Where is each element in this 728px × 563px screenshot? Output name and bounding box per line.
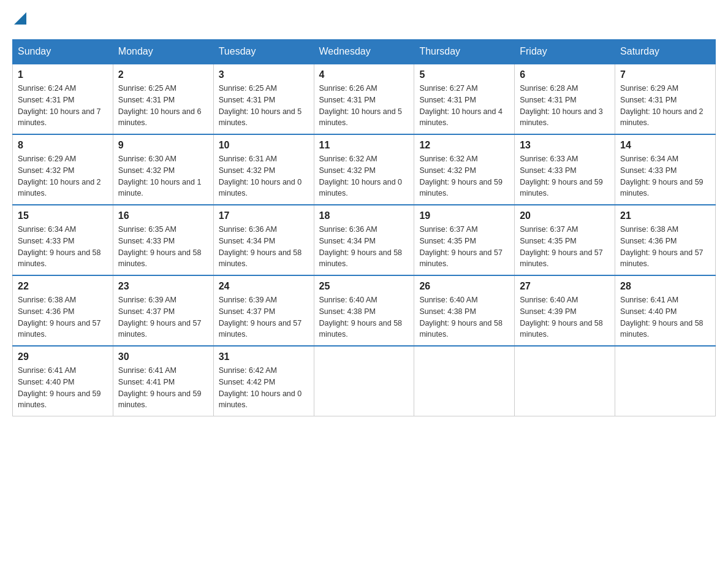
calendar-cell: 23Sunrise: 6:39 AMSunset: 4:37 PMDayligh… bbox=[113, 275, 213, 346]
day-info: Sunrise: 6:36 AMSunset: 4:34 PMDaylight:… bbox=[219, 224, 309, 270]
calendar-cell: 31Sunrise: 6:42 AMSunset: 4:42 PMDayligh… bbox=[213, 346, 314, 416]
day-info: Sunrise: 6:28 AMSunset: 4:31 PMDaylight:… bbox=[520, 83, 610, 129]
calendar-cell: 7Sunrise: 6:29 AMSunset: 4:31 PMDaylight… bbox=[615, 64, 716, 134]
day-number: 28 bbox=[620, 281, 710, 292]
day-number: 23 bbox=[118, 281, 208, 292]
calendar-cell: 15Sunrise: 6:34 AMSunset: 4:33 PMDayligh… bbox=[13, 205, 113, 275]
day-info: Sunrise: 6:41 AMSunset: 4:40 PMDaylight:… bbox=[620, 294, 710, 340]
day-number: 8 bbox=[18, 140, 108, 151]
calendar-cell: 22Sunrise: 6:38 AMSunset: 4:36 PMDayligh… bbox=[13, 275, 113, 346]
calendar-cell: 13Sunrise: 6:33 AMSunset: 4:33 PMDayligh… bbox=[515, 134, 615, 205]
day-number: 11 bbox=[319, 140, 409, 151]
calendar-cell: 21Sunrise: 6:38 AMSunset: 4:36 PMDayligh… bbox=[615, 205, 716, 275]
col-header-tuesday: Tuesday bbox=[213, 40, 314, 64]
day-info: Sunrise: 6:26 AMSunset: 4:31 PMDaylight:… bbox=[319, 83, 409, 129]
col-header-friday: Friday bbox=[515, 40, 615, 64]
col-header-thursday: Thursday bbox=[414, 40, 515, 64]
week-row-1: 1Sunrise: 6:24 AMSunset: 4:31 PMDaylight… bbox=[13, 64, 716, 134]
week-row-4: 22Sunrise: 6:38 AMSunset: 4:36 PMDayligh… bbox=[13, 275, 716, 346]
calendar-cell: 8Sunrise: 6:29 AMSunset: 4:32 PMDaylight… bbox=[13, 134, 113, 205]
col-header-monday: Monday bbox=[113, 40, 213, 64]
day-number: 2 bbox=[118, 69, 208, 80]
calendar-cell: 27Sunrise: 6:40 AMSunset: 4:39 PMDayligh… bbox=[515, 275, 615, 346]
day-number: 1 bbox=[18, 69, 108, 80]
calendar-cell: 6Sunrise: 6:28 AMSunset: 4:31 PMDaylight… bbox=[515, 64, 615, 134]
logo bbox=[12, 12, 26, 27]
calendar-cell bbox=[314, 346, 414, 416]
day-number: 31 bbox=[219, 351, 309, 362]
calendar-cell: 18Sunrise: 6:36 AMSunset: 4:34 PMDayligh… bbox=[314, 205, 414, 275]
calendar-cell: 24Sunrise: 6:39 AMSunset: 4:37 PMDayligh… bbox=[213, 275, 314, 346]
day-number: 26 bbox=[419, 281, 509, 292]
day-info: Sunrise: 6:24 AMSunset: 4:31 PMDaylight:… bbox=[18, 83, 108, 129]
svg-marker-0 bbox=[14, 12, 26, 25]
day-number: 4 bbox=[319, 69, 409, 80]
day-info: Sunrise: 6:25 AMSunset: 4:31 PMDaylight:… bbox=[219, 83, 309, 129]
calendar-cell bbox=[515, 346, 615, 416]
day-number: 16 bbox=[118, 210, 208, 221]
day-info: Sunrise: 6:29 AMSunset: 4:31 PMDaylight:… bbox=[620, 83, 710, 129]
day-info: Sunrise: 6:27 AMSunset: 4:31 PMDaylight:… bbox=[419, 83, 509, 129]
day-info: Sunrise: 6:38 AMSunset: 4:36 PMDaylight:… bbox=[18, 294, 108, 340]
calendar-cell bbox=[615, 346, 716, 416]
calendar-cell: 2Sunrise: 6:25 AMSunset: 4:31 PMDaylight… bbox=[113, 64, 213, 134]
day-number: 29 bbox=[18, 351, 108, 362]
calendar-cell: 12Sunrise: 6:32 AMSunset: 4:32 PMDayligh… bbox=[414, 134, 515, 205]
day-number: 7 bbox=[620, 69, 710, 80]
day-info: Sunrise: 6:41 AMSunset: 4:41 PMDaylight:… bbox=[118, 365, 208, 411]
day-number: 10 bbox=[219, 140, 309, 151]
col-header-saturday: Saturday bbox=[615, 40, 716, 64]
calendar-cell: 11Sunrise: 6:32 AMSunset: 4:32 PMDayligh… bbox=[314, 134, 414, 205]
day-info: Sunrise: 6:33 AMSunset: 4:33 PMDaylight:… bbox=[520, 153, 610, 199]
calendar-cell: 5Sunrise: 6:27 AMSunset: 4:31 PMDaylight… bbox=[414, 64, 515, 134]
calendar-cell: 28Sunrise: 6:41 AMSunset: 4:40 PMDayligh… bbox=[615, 275, 716, 346]
day-info: Sunrise: 6:40 AMSunset: 4:38 PMDaylight:… bbox=[319, 294, 409, 340]
day-info: Sunrise: 6:31 AMSunset: 4:32 PMDaylight:… bbox=[219, 153, 309, 199]
day-number: 14 bbox=[620, 140, 710, 151]
day-number: 6 bbox=[520, 69, 610, 80]
day-info: Sunrise: 6:37 AMSunset: 4:35 PMDaylight:… bbox=[520, 224, 610, 270]
page-header bbox=[12, 12, 716, 27]
calendar-cell: 17Sunrise: 6:36 AMSunset: 4:34 PMDayligh… bbox=[213, 205, 314, 275]
day-number: 24 bbox=[219, 281, 309, 292]
day-info: Sunrise: 6:42 AMSunset: 4:42 PMDaylight:… bbox=[219, 365, 309, 411]
day-number: 25 bbox=[319, 281, 409, 292]
day-number: 17 bbox=[219, 210, 309, 221]
calendar-table: SundayMondayTuesdayWednesdayThursdayFrid… bbox=[12, 39, 716, 416]
day-info: Sunrise: 6:34 AMSunset: 4:33 PMDaylight:… bbox=[18, 224, 108, 270]
calendar-cell: 3Sunrise: 6:25 AMSunset: 4:31 PMDaylight… bbox=[213, 64, 314, 134]
day-number: 15 bbox=[18, 210, 108, 221]
day-number: 12 bbox=[419, 140, 509, 151]
calendar-cell: 26Sunrise: 6:40 AMSunset: 4:38 PMDayligh… bbox=[414, 275, 515, 346]
calendar-cell: 25Sunrise: 6:40 AMSunset: 4:38 PMDayligh… bbox=[314, 275, 414, 346]
day-number: 5 bbox=[419, 69, 509, 80]
day-number: 9 bbox=[118, 140, 208, 151]
day-info: Sunrise: 6:25 AMSunset: 4:31 PMDaylight:… bbox=[118, 83, 208, 129]
calendar-cell: 4Sunrise: 6:26 AMSunset: 4:31 PMDaylight… bbox=[314, 64, 414, 134]
calendar-cell bbox=[414, 346, 515, 416]
col-header-wednesday: Wednesday bbox=[314, 40, 414, 64]
day-info: Sunrise: 6:32 AMSunset: 4:32 PMDaylight:… bbox=[419, 153, 509, 199]
col-header-sunday: Sunday bbox=[13, 40, 113, 64]
day-number: 27 bbox=[520, 281, 610, 292]
day-info: Sunrise: 6:34 AMSunset: 4:33 PMDaylight:… bbox=[620, 153, 710, 199]
calendar-cell: 9Sunrise: 6:30 AMSunset: 4:32 PMDaylight… bbox=[113, 134, 213, 205]
calendar-cell: 16Sunrise: 6:35 AMSunset: 4:33 PMDayligh… bbox=[113, 205, 213, 275]
day-info: Sunrise: 6:41 AMSunset: 4:40 PMDaylight:… bbox=[18, 365, 108, 411]
day-number: 22 bbox=[18, 281, 108, 292]
day-info: Sunrise: 6:37 AMSunset: 4:35 PMDaylight:… bbox=[419, 224, 509, 270]
calendar-cell: 29Sunrise: 6:41 AMSunset: 4:40 PMDayligh… bbox=[13, 346, 113, 416]
day-info: Sunrise: 6:39 AMSunset: 4:37 PMDaylight:… bbox=[219, 294, 309, 340]
day-info: Sunrise: 6:32 AMSunset: 4:32 PMDaylight:… bbox=[319, 153, 409, 199]
week-row-5: 29Sunrise: 6:41 AMSunset: 4:40 PMDayligh… bbox=[13, 346, 716, 416]
day-number: 18 bbox=[319, 210, 409, 221]
day-number: 20 bbox=[520, 210, 610, 221]
day-number: 30 bbox=[118, 351, 208, 362]
week-row-2: 8Sunrise: 6:29 AMSunset: 4:32 PMDaylight… bbox=[13, 134, 716, 205]
day-number: 3 bbox=[219, 69, 309, 80]
calendar-cell: 20Sunrise: 6:37 AMSunset: 4:35 PMDayligh… bbox=[515, 205, 615, 275]
week-row-3: 15Sunrise: 6:34 AMSunset: 4:33 PMDayligh… bbox=[13, 205, 716, 275]
day-number: 19 bbox=[419, 210, 509, 221]
calendar-cell: 10Sunrise: 6:31 AMSunset: 4:32 PMDayligh… bbox=[213, 134, 314, 205]
calendar-cell: 14Sunrise: 6:34 AMSunset: 4:33 PMDayligh… bbox=[615, 134, 716, 205]
